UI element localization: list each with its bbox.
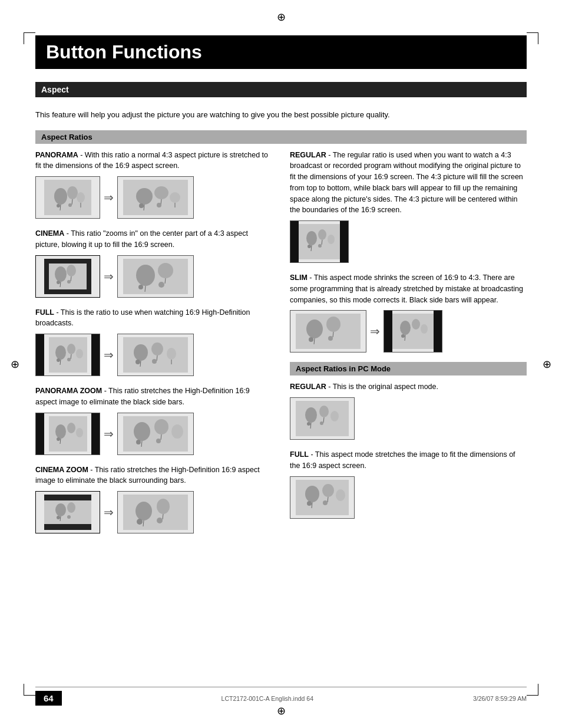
svg-point-112 — [336, 489, 345, 501]
svg-point-42 — [134, 344, 148, 361]
regular-label: REGULAR — [290, 151, 326, 159]
panorama-zoom-img-row: ⇒ — [35, 413, 272, 455]
panorama-entry: PANORAMA - With this ratio a normal 4:3 … — [35, 150, 272, 219]
svg-point-87 — [306, 319, 323, 338]
svg-point-12 — [154, 186, 168, 199]
corner-mark-bl — [24, 684, 35, 696]
full-desc: This is the ratio to use when watching 1… — [35, 308, 250, 328]
corner-mark-tr — [527, 32, 538, 44]
svg-point-76 — [137, 519, 143, 525]
svg-point-74 — [157, 499, 170, 514]
svg-point-17 — [157, 203, 161, 207]
panorama-after-img — [117, 176, 194, 219]
svg-point-36 — [67, 344, 75, 354]
svg-point-16 — [139, 203, 144, 208]
svg-point-44 — [151, 342, 163, 355]
svg-point-84 — [308, 245, 311, 248]
svg-point-105 — [307, 422, 310, 426]
svg-rect-65 — [44, 500, 91, 524]
full-bar-left — [36, 334, 44, 375]
svg-point-66 — [55, 503, 66, 516]
svg-point-40 — [67, 358, 71, 361]
reg-mark-bottom: ⊕ — [277, 704, 286, 717]
panorama-before-img — [35, 176, 100, 219]
svg-point-1 — [54, 188, 67, 205]
full-img-row: ⇒ — [35, 334, 272, 376]
svg-point-108 — [305, 486, 319, 502]
aspect-ratios-heading: Aspect Ratios — [35, 130, 527, 144]
svg-point-20 — [55, 266, 67, 282]
full-after-img — [117, 334, 194, 376]
cinema-entry: CINEMA - This ratio "zooms in" on the ce… — [35, 228, 272, 298]
pc-regular-img-row — [290, 397, 527, 440]
pc-regular-label: REGULAR — [290, 383, 326, 391]
panorama-label: PANORAMA — [35, 151, 78, 159]
svg-point-46 — [167, 348, 176, 360]
svg-point-94 — [400, 321, 411, 335]
czoom-arrow: ⇒ — [104, 505, 114, 519]
svg-point-63 — [156, 439, 161, 443]
svg-point-29 — [158, 263, 173, 278]
footer-timestamp: 3/26/07 8:59:29 AM — [473, 695, 527, 702]
reg-mark-right: ⊕ — [543, 358, 551, 371]
svg-point-104 — [330, 411, 339, 421]
svg-point-106 — [320, 421, 323, 425]
svg-point-27 — [136, 265, 155, 286]
cinema-desc: This ratio "zooms in" on the center part… — [35, 229, 248, 249]
svg-point-39 — [57, 358, 60, 362]
cinema-arrow: ⇒ — [104, 269, 114, 284]
svg-point-8 — [68, 203, 72, 207]
svg-rect-86 — [296, 314, 361, 349]
regular-bar-right — [340, 221, 348, 262]
pzoom-bar-left — [36, 413, 44, 454]
svg-point-92 — [328, 336, 333, 341]
cinema-zoom-img-row: ⇒ — [35, 491, 272, 533]
svg-point-83 — [328, 235, 335, 244]
svg-point-48 — [135, 360, 140, 364]
svg-point-97 — [421, 324, 428, 334]
full-entry: FULL - This is the ratio to use when wat… — [35, 307, 272, 377]
cinema-after-img — [117, 255, 194, 298]
svg-point-38 — [76, 349, 83, 358]
svg-point-55 — [57, 437, 60, 441]
panorama-img-row: ⇒ — [35, 176, 272, 219]
pc-regular-desc: This is the original aspect mode. — [333, 383, 438, 391]
reg-mark-top: ⊕ — [277, 11, 286, 24]
svg-point-110 — [322, 484, 334, 497]
regular-img — [290, 220, 349, 263]
svg-rect-93 — [392, 314, 434, 349]
slim-img-row: ⇒ — [290, 310, 527, 353]
svg-point-14 — [170, 192, 180, 203]
svg-point-51 — [55, 424, 66, 439]
svg-point-62 — [136, 440, 141, 444]
full-bar-right — [91, 334, 100, 375]
page-title: Button Functions — [35, 35, 527, 69]
svg-point-31 — [138, 285, 143, 289]
cinema-label: CINEMA — [35, 229, 64, 238]
svg-point-61 — [171, 424, 183, 439]
svg-point-53 — [67, 423, 75, 433]
page-container: ⊕ ⊕ ⊕ ⊕ Button Functions Aspect This fea… — [0, 0, 562, 728]
svg-point-32 — [158, 282, 164, 288]
regular-bar-left — [290, 221, 299, 262]
svg-point-114 — [323, 500, 328, 505]
pc-mode-heading: Aspect Ratios in PC Mode — [290, 362, 527, 375]
svg-point-81 — [318, 229, 326, 240]
svg-point-98 — [401, 334, 405, 338]
slim-arrow: ⇒ — [370, 324, 380, 338]
svg-point-24 — [57, 281, 60, 284]
slim-bar-right — [434, 311, 442, 352]
svg-point-59 — [154, 419, 168, 434]
intro-text: This feature will help you adjust the pi… — [35, 109, 527, 121]
regular-entry: REGULAR - The regular ratio is used when… — [290, 150, 527, 263]
left-column: PANORAMA - With this ratio a normal 4:3 … — [35, 150, 272, 543]
pc-full-img — [290, 476, 355, 519]
svg-point-49 — [152, 359, 157, 364]
svg-point-57 — [134, 422, 150, 441]
svg-point-113 — [307, 501, 312, 506]
slim-label: SLIM — [290, 274, 308, 282]
svg-point-54 — [76, 428, 83, 437]
svg-point-5 — [77, 192, 85, 203]
regular-desc: The regular ratio is used when you want … — [290, 151, 523, 215]
slim-before-img — [290, 310, 366, 353]
